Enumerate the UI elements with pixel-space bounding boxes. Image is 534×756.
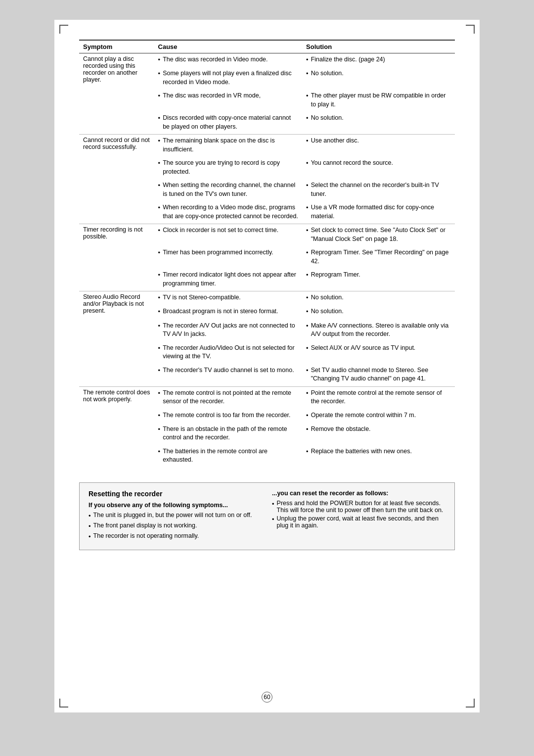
solution-cell: • Set TV audio channel mode to Stereo. S… <box>302 364 455 387</box>
bullet-icon: • <box>272 500 274 509</box>
bullet-text: The remote control is not pointed at the… <box>163 389 298 406</box>
bullet-item: • Timer record indicator light does not … <box>158 271 299 288</box>
cause-cell: • When setting the recording channel, th… <box>154 179 303 201</box>
bullet-text: Select AUX or A/V source as TV input. <box>311 344 416 353</box>
bullet-text: Set clock to correct time. See "Auto Clo… <box>311 226 451 243</box>
table-row: The remote control does not work properl… <box>79 386 455 409</box>
bullet-icon: • <box>306 181 309 190</box>
bullet-icon: • <box>158 55 161 64</box>
bullet-item: • Point the remote control at the remote… <box>306 389 451 406</box>
bullet-item: • No solution. <box>306 114 451 123</box>
bullet-icon: • <box>158 293 161 302</box>
bullet-text: The disc was recorded in VR mode, <box>163 92 261 100</box>
bullet-icon: • <box>158 92 161 100</box>
bullet-icon: • <box>89 512 91 520</box>
reset-bullet-1: • The unit is plugged in, but the power … <box>89 512 262 520</box>
reset-bullet-text: The front panel display is not working. <box>93 522 197 529</box>
reset-bullet-text: Press and hold the POWER button for at l… <box>277 500 445 514</box>
cause-cell: • The batteries in the remote control ar… <box>154 445 303 468</box>
bullet-text: Reprogram Timer. See "Timer Recording" o… <box>311 248 451 266</box>
bullet-text: The other player must be RW compatible i… <box>311 92 451 109</box>
solution-cell: • Operate the remote control within 7 m. <box>302 409 455 423</box>
cause-cell: • When recording to a Video mode disc, p… <box>154 201 303 224</box>
bullet-icon: • <box>158 114 161 123</box>
bullet-icon: • <box>306 137 309 145</box>
bullet-text: Use a VR mode formatted disc for copy-on… <box>311 203 451 221</box>
bullet-text: Some players will not play even a finali… <box>163 69 298 87</box>
solution-cell: • Set clock to correct time. See "Auto C… <box>302 224 455 247</box>
bullet-icon: • <box>306 203 309 212</box>
reset-right: ...you can reset the recorder as follows… <box>272 490 445 543</box>
bullet-icon: • <box>158 389 161 398</box>
bullet-icon: • <box>158 226 161 235</box>
cause-cell: • Timer record indicator light does not … <box>154 269 303 291</box>
bullet-text: Set TV audio channel mode to Stereo. See… <box>311 366 451 383</box>
bullet-icon: • <box>306 447 309 456</box>
symptom-cell: Timer recording is not possible. <box>79 224 154 291</box>
bullet-icon: • <box>306 293 309 302</box>
bullet-text: TV is not Stereo-compatible. <box>163 293 241 302</box>
bullet-icon: • <box>158 307 161 316</box>
bullet-icon: • <box>158 411 161 420</box>
bullet-item: • No solution. <box>306 293 451 302</box>
bullet-item: • The batteries in the remote control ar… <box>158 447 299 465</box>
bullet-item: • The recorder A/V Out jacks are not con… <box>158 322 299 339</box>
bullet-item: • You cannot record the source. <box>306 159 451 168</box>
bullet-text: The remote control is too far from the r… <box>163 411 290 420</box>
bullet-item: • Select the channel on the recorder's b… <box>306 181 451 198</box>
cause-cell: • The recorder A/V Out jacks are not con… <box>154 320 303 342</box>
bullet-icon: • <box>158 425 161 434</box>
solution-cell: • The other player must be RW compatible… <box>302 90 455 112</box>
bullet-item: • No solution. <box>306 69 451 78</box>
reset-bullet-text: Unplug the power cord, wait at least fiv… <box>277 515 445 529</box>
symptom-cell: Stereo Audio Record and/or Playback is n… <box>79 291 154 386</box>
cause-cell: • Discs recorded with copy-once material… <box>154 112 303 135</box>
bullet-text: The recorder A/V Out jacks are not conne… <box>163 322 298 339</box>
reset-title: Resetting the recorder <box>89 490 262 498</box>
bullet-text: No solution. <box>311 114 344 123</box>
bullet-icon: • <box>306 366 309 375</box>
bullet-item: • Set TV audio channel mode to Stereo. S… <box>306 366 451 383</box>
corner-mark-tr <box>466 25 475 34</box>
bullet-item: • Reprogram Timer. See "Timer Recording"… <box>306 248 451 266</box>
cause-cell: • TV is not Stereo-compatible. <box>154 291 303 306</box>
cause-cell: • Timer has been programmed incorrectly. <box>154 246 303 269</box>
corner-mark-tl <box>59 25 68 34</box>
bullet-icon: • <box>306 307 309 316</box>
header-solution: Solution <box>302 40 455 53</box>
bullet-text: You cannot record the source. <box>311 159 393 168</box>
symptom-cell: Cannot play a disc recorded using this r… <box>79 53 154 135</box>
bullet-item: • The remote control is too far from the… <box>158 411 299 420</box>
cause-cell: • The remote control is not pointed at t… <box>154 386 303 409</box>
solution-cell: • Reprogram Timer. See "Timer Recording"… <box>302 246 455 269</box>
bullet-text: When setting the recording channel, the … <box>163 181 298 198</box>
bullet-item: • Set clock to correct time. See "Auto C… <box>306 226 451 243</box>
bullet-text: No solution. <box>311 293 344 302</box>
bullet-item: • Broadcast program is not in stereo for… <box>158 307 299 316</box>
bullet-icon: • <box>306 159 309 168</box>
bullet-text: The source you are trying to record is c… <box>163 159 298 176</box>
bullet-text: Operate the remote control within 7 m. <box>311 411 416 420</box>
solution-cell: • Select AUX or A/V source as TV input. <box>302 342 455 364</box>
cause-cell: • There is an obstacle in the path of th… <box>154 423 303 445</box>
bullet-text: The batteries in the remote control are … <box>163 447 298 465</box>
table-row: Cannot play a disc recorded using this r… <box>79 53 455 68</box>
reset-bullet-text: The recorder is not operating normally. <box>93 532 199 539</box>
reset-left: Resetting the recorder If you observe an… <box>89 490 262 543</box>
page-number: 60 <box>262 692 272 703</box>
bullet-icon: • <box>158 322 161 331</box>
symptom-cell: Cannot record or did not record successf… <box>79 135 154 224</box>
bullet-text: Replace the batteries with new ones. <box>311 447 412 456</box>
bullet-text: The recorder's TV audio channel is set t… <box>163 366 294 375</box>
cause-cell: • The recorder's TV audio channel is set… <box>154 364 303 387</box>
bullet-text: When recording to a Video mode disc, pro… <box>163 203 298 221</box>
solution-cell: • Finalize the disc. (page 24) <box>302 53 455 68</box>
bullet-item: • Finalize the disc. (page 24) <box>306 55 451 64</box>
bullet-item: • The remaining blank space on the disc … <box>158 137 299 154</box>
bullet-icon: • <box>158 271 161 280</box>
bullet-icon: • <box>306 248 309 257</box>
solution-cell: • Use a VR mode formatted disc for copy-… <box>302 201 455 224</box>
page: Symptom Cause Solution Cannot play a dis… <box>54 20 480 712</box>
bullet-item: • Operate the remote control within 7 m. <box>306 411 451 420</box>
bullet-icon: • <box>158 248 161 257</box>
